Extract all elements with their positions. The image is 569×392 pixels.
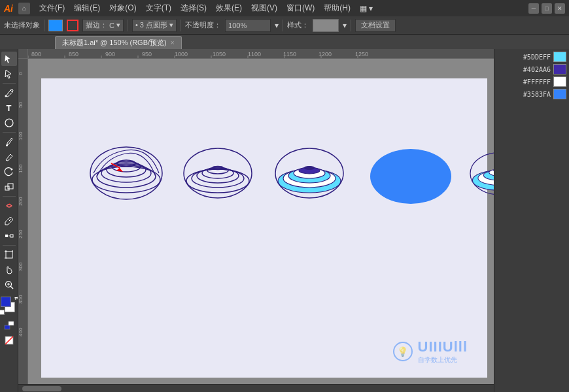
menu-object[interactable]: 对象(O) (105, 1, 140, 15)
color-pair[interactable]: ⇄ (1, 297, 18, 314)
separator-4 (283, 20, 283, 31)
horizontal-scrollbar[interactable] (18, 384, 494, 392)
warp-tool[interactable] (1, 199, 17, 213)
swap-colors-button[interactable] (1, 318, 17, 333)
menu-window[interactable]: 窗口(W) (283, 1, 319, 15)
svg-rect-8 (6, 252, 12, 258)
artboard: 💡 UIIIUlll 自学数上优先 (41, 78, 487, 378)
zoom-tool[interactable] (1, 278, 17, 292)
title-bar: Ai ⌂ 文件(F) 编辑(E) 对象(O) 文字(T) 选择(S) 效果(E)… (0, 0, 569, 16)
minimize-button[interactable]: ─ (528, 3, 539, 14)
swatch-box-3[interactable] (553, 76, 566, 87)
fill-color[interactable] (48, 20, 63, 31)
hand-tool[interactable] (1, 263, 17, 277)
swatch-label-4: #3583FA (523, 91, 551, 98)
svg-text:100: 100 (18, 131, 24, 140)
opacity-label: 不透明度： (185, 20, 221, 30)
svg-text:900: 900 (105, 51, 115, 57)
svg-line-14 (10, 286, 13, 289)
maximize-button[interactable]: □ (542, 3, 552, 14)
pencil-tool[interactable] (1, 150, 17, 164)
menu-select[interactable]: 选择(S) (177, 1, 211, 15)
stroke-icon[interactable] (67, 20, 78, 31)
separator-1 (44, 20, 44, 31)
svg-point-71 (304, 167, 315, 170)
direct-selection-tool[interactable] (1, 67, 17, 81)
menu-grid[interactable]: ▦ ▾ (356, 3, 377, 14)
watermark: 💡 UIIIUlll 自学数上优先 (393, 338, 468, 365)
swatch-box-2[interactable] (553, 64, 566, 74)
document-tab[interactable]: 未标题1.ai* @ 150% (RGB/预览) × (55, 36, 182, 49)
svg-rect-3 (5, 186, 9, 190)
tool-sep-2 (3, 132, 16, 133)
type-tool[interactable]: T (1, 101, 17, 115)
svg-text:0: 0 (18, 72, 24, 75)
svg-text:950: 950 (142, 51, 152, 57)
no-selection-label: 未选择对象 (4, 20, 40, 30)
eyedropper-tool[interactable] (1, 214, 17, 228)
menu-view[interactable]: 视图(V) (247, 1, 281, 15)
left-toolbar: T (0, 49, 18, 392)
tab-close-button[interactable]: × (171, 39, 175, 46)
svg-text:850: 850 (69, 51, 78, 57)
opacity-input[interactable]: 100% (225, 19, 271, 32)
pen-tool[interactable] (1, 86, 17, 100)
swatch-row-1: #5DDEFF (497, 52, 566, 62)
scale-tool[interactable] (1, 180, 17, 194)
bowl-5 (463, 134, 494, 219)
vertical-ruler: 0 50 100 150 200 250 300 350 400 (18, 59, 28, 384)
separator-2 (128, 20, 128, 31)
bowl-4 (358, 134, 457, 219)
svg-text:350: 350 (18, 295, 24, 304)
svg-point-72 (370, 149, 451, 204)
rotate-tool[interactable] (1, 165, 17, 179)
svg-rect-6 (10, 235, 13, 237)
svg-text:50: 50 (18, 102, 24, 108)
svg-point-51 (97, 165, 156, 188)
artboard-area: 💡 UIIIUlll 自学数上优先 (28, 59, 494, 384)
bowl-1 (84, 134, 169, 219)
canvas-container: 800 850 900 950 1000 1050 1100 (18, 49, 494, 392)
window-controls: ─ □ ✕ (528, 3, 565, 14)
ellipse-tool[interactable] (1, 116, 17, 130)
svg-text:1200: 1200 (319, 51, 332, 57)
menu-help[interactable]: 帮助(H) (320, 1, 354, 15)
svg-rect-5 (5, 235, 8, 237)
svg-text:1250: 1250 (355, 51, 368, 57)
doc-settings-button[interactable]: 文档设置 (355, 19, 396, 32)
bowl-3 (267, 134, 352, 219)
selection-tool[interactable] (1, 52, 17, 66)
close-button[interactable]: ✕ (555, 3, 565, 14)
none-fill[interactable] (1, 333, 17, 348)
swatch-box-1[interactable] (553, 52, 566, 62)
svg-text:300: 300 (18, 262, 24, 271)
brush-dropdown[interactable]: • 3 点圆形 ▾ (132, 19, 177, 32)
svg-rect-17 (5, 325, 10, 329)
svg-point-2 (6, 144, 8, 146)
menu-effect[interactable]: 效果(E) (212, 1, 246, 15)
blend-tool[interactable] (1, 229, 17, 243)
menu-edit[interactable]: 编辑(E) (70, 1, 104, 15)
style-label: 样式： (287, 20, 309, 30)
main-area: T (0, 49, 569, 392)
svg-text:800: 800 (31, 51, 41, 57)
svg-text:1000: 1000 (175, 51, 188, 57)
artboard-tool[interactable] (1, 248, 17, 262)
home-icon[interactable]: ⌂ (18, 3, 30, 14)
menu-bar: 文件(F) 编辑(E) 对象(O) 文字(T) 选择(S) 效果(E) 视图(V… (35, 1, 523, 15)
tab-bar: 未标题1.ai* @ 150% (RGB/预览) × (0, 35, 569, 49)
swatch-row-4: #3583FA (497, 89, 566, 99)
svg-point-0 (5, 95, 7, 97)
menu-file[interactable]: 文件(F) (35, 1, 69, 15)
svg-text:150: 150 (18, 164, 24, 173)
brush-tool[interactable] (1, 135, 17, 149)
menu-type[interactable]: 文字(T) (142, 1, 175, 15)
style-input[interactable] (313, 19, 339, 32)
swatch-box-4[interactable] (553, 89, 566, 99)
separator-5 (351, 20, 351, 31)
tool-sep-1 (3, 83, 16, 84)
svg-point-1 (5, 119, 13, 127)
svg-text:250: 250 (18, 229, 24, 238)
stroke-dropdown[interactable]: 描边： C ▾ (82, 19, 124, 32)
watermark-logo-icon: 💡 (393, 342, 413, 361)
